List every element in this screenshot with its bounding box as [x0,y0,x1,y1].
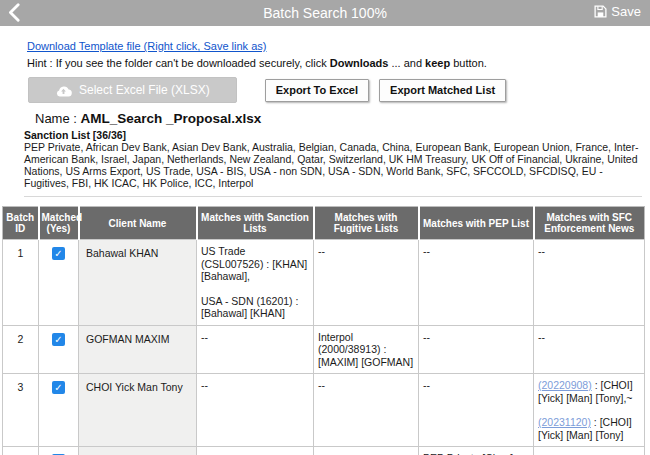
sfc-date-link[interactable]: (20231120) [538,416,591,428]
batch-id-cell: 1 [3,240,39,326]
col-header-pep-list: Matches with PEP List [419,207,534,240]
hint-text: Hint : If you see the folder can't be do… [27,57,644,70]
col-header-fugitive-lists: Matches with Fugitive Lists [314,207,419,240]
table-row: 4 Chou Ching Yu -- -- PEP Private:[Chou]… [3,447,645,455]
matched-checkbox[interactable] [52,333,65,346]
fugitive-matches-cell: -- [314,374,419,447]
fugitive-matches-cell: -- [314,240,419,326]
sfc-match: (20231120) : [CHOI] [Yick] [Man] [Tony] [538,416,640,441]
batch-id-cell: 3 [3,374,39,447]
download-template-link[interactable]: Download Template file (Right click, Sav… [27,40,266,52]
separator-line [24,196,642,197]
export-matched-list-button[interactable]: Export Matched List [379,79,506,102]
client-name-cell: Chou Ching Yu [79,447,197,455]
pep-matches-cell: -- [419,374,534,447]
matched-cell [39,240,79,326]
sfc-matches-cell: (20220908) : [CHOI] [Yick] [Man] [Tony],… [534,374,645,447]
table-row: 3 CHOI Yick Man Tony -- -- -- (20220908)… [3,374,645,447]
col-header-batch-id: Batch ID [3,207,39,240]
col-header-matched: Matched (Yes) [39,207,79,240]
content-area: Download Template file (Right click, Sav… [0,26,650,197]
sanction-list-text: PEP Private, African Dev Bank, Asian Dev… [24,141,640,189]
fugitive-matches-cell: Interpol (2000/38913) : [MAXIM] [GOFMAN] [314,325,419,374]
sanction-match: USA - SDN (16201) : [Bahawal] [KHAN] [201,295,309,320]
cloud-upload-icon [55,84,72,97]
matched-cell [39,447,79,455]
client-name-cell: CHOI Yick Man Tony [79,374,197,447]
sfc-matches-cell: -- [534,240,645,326]
save-icon [594,5,607,18]
matched-cell [39,374,79,447]
file-name-line: Name : AML_Search _Proposal.xlsx [35,111,644,126]
export-to-excel-button[interactable]: Export To Excel [265,79,369,102]
pep-matches-cell: PEP Private:[Chou] [Ching] [Yu] Organisa… [419,447,534,455]
sfc-matches-cell: -- [534,325,645,374]
batch-id-cell: 4 [3,447,39,455]
fugitive-matches-cell: -- [314,447,419,455]
top-bar: Batch Search 100% Save [0,0,650,26]
sanction-matches-cell: -- [197,447,314,455]
hint-keep: keep [425,57,450,69]
hint-suffix: button. [450,57,487,69]
file-name: AML_Search _Proposal.xlsx [81,111,262,126]
hint-prefix: Hint : If you see the folder can't be do… [27,57,330,69]
sfc-date-link[interactable]: (20220908) [538,379,592,391]
button-row: Select Excel File (XLSX) Export To Excel… [28,77,644,103]
select-excel-file-label: Select Excel File (XLSX) [79,83,210,97]
batch-results-table: Batch ID Matched (Yes) Client Name Match… [2,206,645,455]
hint-middle: ... and [388,57,425,69]
col-header-client-name: Client Name [79,207,197,240]
pep-matches-cell: -- [419,240,534,326]
sanction-matches-cell: US Trade (CSL007526) : [KHAN] [Bahawal],… [197,240,314,326]
col-header-sanction-lists: Matches with Sanction Lists [197,207,314,240]
table-row: 2 GOFMAN MAXIM -- Interpol (2000/38913) … [3,325,645,374]
table-header-row: Batch ID Matched (Yes) Client Name Match… [3,207,645,240]
name-label: Name : [35,111,81,126]
col-header-sfc-news: Matches with SFC Enforcement News [534,207,645,240]
hint-downloads: Downloads [330,57,389,69]
sfc-matches-cell: -- [534,447,645,455]
save-button[interactable]: Save [594,4,641,19]
matched-checkbox[interactable] [52,381,65,394]
save-label: Save [611,4,641,19]
matched-cell [39,325,79,374]
sfc-match: (20220908) : [CHOI] [Yick] [Man] [Tony],… [538,379,640,404]
batch-id-cell: 2 [3,325,39,374]
sanction-matches-cell: -- [197,325,314,374]
pep-matches-cell: -- [419,325,534,374]
sanction-match: US Trade (CSL007526) : [KHAN] [Bahawal], [201,245,309,283]
client-name-cell: GOFMAN MAXIM [79,325,197,374]
client-name-cell: Bahawal KHAN [79,240,197,326]
matched-checkbox[interactable] [52,247,65,260]
sanction-list-title: Sanction List [36/36] [24,129,644,141]
select-excel-file-button[interactable]: Select Excel File (XLSX) [28,77,237,103]
sanction-matches-cell: -- [197,374,314,447]
page-title: Batch Search 100% [0,5,650,21]
table-row: 1 Bahawal KHAN US Trade (CSL007526) : [K… [3,240,645,326]
